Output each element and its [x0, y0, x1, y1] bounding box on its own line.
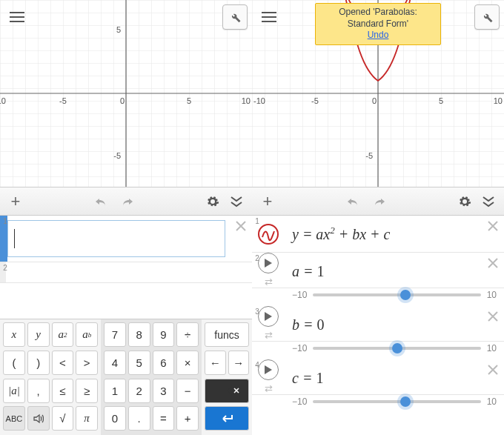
key-left[interactable]: ← — [205, 351, 226, 375]
key-abc[interactable]: ABC — [3, 406, 25, 431]
settings-gear-left[interactable] — [203, 192, 222, 211]
menu-button-right[interactable] — [256, 4, 282, 30]
delete-expression-button[interactable] — [482, 306, 504, 341]
expression-row-slider[interactable]: 4 ⇄ c = 1 — [252, 359, 504, 395]
slider-min[interactable]: −10 — [292, 396, 307, 407]
redo-button-right[interactable] — [368, 192, 388, 211]
key-a-power-b[interactable]: ab — [76, 322, 98, 347]
expression-row-slider[interactable]: 3 ⇄ b = 0 — [252, 306, 504, 342]
key-equals[interactable]: = — [153, 406, 175, 431]
redo-icon — [119, 196, 133, 207]
collapse-button-left[interactable] — [227, 192, 246, 211]
loop-mode-button[interactable]: ⇄ — [265, 330, 273, 341]
key-4[interactable]: 4 — [104, 351, 126, 375]
key-ge[interactable]: ≥ — [76, 379, 98, 403]
settings-button-right[interactable] — [474, 4, 500, 30]
key-6[interactable]: 6 — [153, 351, 175, 375]
toolbar-right: + — [252, 187, 504, 216]
slider-max[interactable]: 10 — [487, 396, 497, 407]
slider-track[interactable] — [313, 347, 480, 350]
hamburger-icon — [10, 12, 24, 22]
key-9[interactable]: 9 — [153, 322, 175, 347]
key-audio[interactable] — [27, 406, 50, 431]
settings-gear-right[interactable] — [455, 192, 474, 211]
key-5[interactable]: 5 — [128, 351, 150, 375]
close-icon — [487, 257, 499, 269]
slider-max[interactable]: 10 — [487, 290, 497, 300]
loop-mode-button[interactable]: ⇄ — [265, 276, 273, 288]
key-enter[interactable] — [205, 406, 249, 431]
expression-input[interactable] — [7, 220, 225, 257]
slider-thumb[interactable] — [400, 396, 411, 407]
key-le[interactable]: ≤ — [52, 379, 74, 403]
key-2[interactable]: 2 — [128, 379, 150, 403]
key-a-squared[interactable]: a2 — [52, 322, 74, 347]
menu-button-left[interactable] — [4, 4, 30, 30]
slider-max[interactable]: 10 — [487, 343, 497, 353]
expression-color-icon[interactable] — [258, 224, 279, 245]
delete-expression-button[interactable] — [482, 253, 504, 288]
slider-label: c = 1 — [285, 359, 482, 394]
delete-expression-button[interactable] — [230, 216, 252, 262]
key-multiply[interactable]: × — [176, 351, 199, 375]
expression-list-right: 1 y = ax2 + bx + c 2 — [252, 216, 504, 435]
key-minus[interactable]: − — [176, 379, 199, 403]
key-lt[interactable]: < — [52, 351, 74, 375]
redo-button-left[interactable] — [116, 192, 136, 211]
svg-text:-5: -5 — [311, 96, 319, 105]
key-dot[interactable]: . — [128, 406, 150, 431]
key-gt[interactable]: > — [76, 351, 98, 375]
key-divide[interactable]: ÷ — [176, 322, 199, 347]
key-x[interactable]: x — [3, 322, 25, 347]
slider-min[interactable]: −10 — [292, 290, 307, 300]
slider-min[interactable]: −10 — [292, 343, 307, 353]
keypad: x y a2 ab ( ) < > |a| , ≤ ≥ ABC √ π 7 8 … — [0, 319, 252, 435]
key-1[interactable]: 1 — [104, 379, 126, 403]
key-rparen[interactable]: ) — [27, 351, 50, 375]
undo-button-right[interactable] — [345, 192, 364, 211]
key-funcs[interactable]: funcs — [205, 322, 249, 347]
key-sqrt[interactable]: √ — [52, 406, 74, 431]
slider-track[interactable] — [313, 400, 480, 403]
key-right[interactable]: → — [228, 351, 250, 375]
expression-index: 2 — [0, 264, 10, 272]
settings-button-left[interactable] — [222, 4, 248, 30]
expression-row-2[interactable]: 2 — [0, 262, 252, 283]
undo-button-left[interactable] — [93, 192, 112, 211]
delete-expression-button[interactable] — [482, 216, 504, 252]
undo-icon — [347, 196, 362, 207]
key-lparen[interactable]: ( — [3, 351, 25, 375]
undo-icon — [95, 196, 110, 207]
key-0[interactable]: 0 — [104, 406, 126, 431]
key-plus[interactable]: + — [176, 406, 199, 431]
delete-expression-button[interactable] — [482, 359, 504, 394]
key-pi[interactable]: π — [76, 406, 98, 431]
svg-text:10: 10 — [242, 96, 251, 105]
expression-row-1[interactable]: 1 — [0, 216, 252, 262]
graph-area-left[interactable]: -10 -5 0 5 10 5 -5 — [0, 0, 252, 187]
add-expression-button[interactable]: + — [6, 192, 25, 211]
toast-undo-link[interactable]: Undo — [368, 30, 389, 40]
collapse-button-right[interactable] — [479, 192, 498, 211]
key-abs[interactable]: |a| — [3, 379, 25, 403]
key-3[interactable]: 3 — [153, 379, 175, 403]
slider-controls: −10 10 — [252, 395, 504, 413]
graph-area-right[interactable]: -10 -5 0 5 10 5 -5 Opened 'Parabolas: St… — [252, 0, 504, 187]
slider-thumb[interactable] — [400, 290, 411, 300]
expression-index: 1 — [0, 217, 10, 225]
key-7[interactable]: 7 — [104, 322, 126, 347]
svg-text:-10: -10 — [253, 96, 265, 105]
add-expression-button[interactable]: + — [258, 192, 277, 211]
loop-mode-button[interactable]: ⇄ — [265, 383, 273, 394]
key-comma[interactable]: , — [27, 379, 50, 403]
slider-label: b = 0 — [285, 306, 482, 341]
key-backspace[interactable] — [205, 379, 249, 403]
svg-text:0: 0 — [120, 96, 125, 105]
slider-track[interactable] — [313, 293, 480, 296]
key-8[interactable]: 8 — [128, 322, 150, 347]
slider-thumb[interactable] — [392, 343, 402, 353]
gear-icon — [206, 195, 219, 208]
key-y[interactable]: y — [27, 322, 50, 347]
expression-row-func[interactable]: 1 y = ax2 + bx + c — [252, 216, 504, 253]
expression-row-slider[interactable]: 2 ⇄ a = 1 — [252, 253, 504, 288]
